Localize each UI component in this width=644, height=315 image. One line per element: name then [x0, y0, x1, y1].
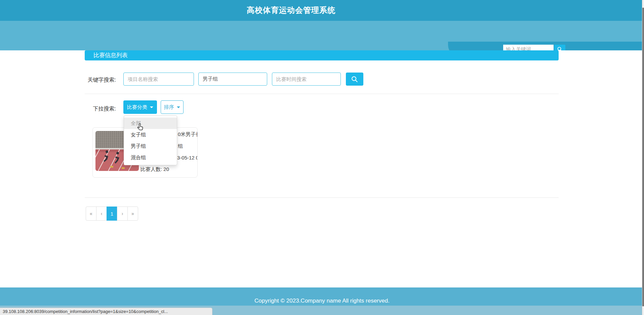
group-search-input[interactable]: [198, 73, 267, 86]
card-player-count: 比赛人数: 20: [140, 166, 169, 173]
pagination-first-button[interactable]: «: [86, 207, 96, 221]
card-group-fragment: 组: [178, 143, 183, 149]
top-header-bar: 高校体育运动会管理系统: [0, 0, 644, 21]
caret-down-icon: [150, 106, 153, 108]
menu-item-women[interactable]: 女子组: [124, 129, 177, 140]
footer: Copyright © 2023.Company name All rights…: [0, 287, 644, 306]
card-time-fragment: 3-05-12 0: [177, 155, 198, 161]
menu-item-all[interactable]: 全部: [124, 118, 177, 129]
project-name-search-input[interactable]: [123, 73, 194, 86]
category-dropdown-button[interactable]: 比赛分类: [123, 100, 157, 114]
pagination-next-button[interactable]: ›: [117, 207, 128, 221]
search-icon: [351, 76, 358, 83]
sort-dropdown-button[interactable]: 排序: [161, 100, 184, 114]
nav-band: 首页 通知公告 宣传资讯 比赛信息 我的: [0, 21, 644, 50]
pagination: « ‹ 1 › »: [86, 207, 138, 221]
pagination-last-button[interactable]: »: [127, 207, 138, 221]
list-header-bar: 比赛信息列表: [85, 50, 559, 60]
category-dropdown-menu: 全部 女子组 男子组 混合组: [124, 116, 177, 165]
card-title-fragment: 0米男子长: [178, 131, 198, 138]
pagination-prev-button[interactable]: ‹: [96, 207, 107, 221]
sort-button-label: 排序: [164, 104, 174, 110]
caret-down-icon: [177, 106, 180, 108]
keyword-search-button[interactable]: [346, 73, 363, 86]
site-title: 高校体育运动会管理系统: [0, 5, 582, 15]
divider: [85, 197, 559, 198]
menu-item-mixed[interactable]: 混合组: [124, 152, 177, 163]
vertical-scrollbar: [642, 0, 644, 315]
main-content: 比赛信息列表 关键字搜索: 下拉搜索: 比赛分类 排序: [0, 50, 644, 287]
pagination-page-1-button[interactable]: 1: [107, 207, 117, 221]
menu-item-men[interactable]: 男子组: [124, 140, 177, 152]
category-button-label: 比赛分类: [127, 104, 147, 110]
browser-status-bar: 39.108.108.206:8039/competition_informat…: [0, 308, 212, 315]
keyword-search-label: 关键字搜索:: [74, 77, 116, 84]
divider: [85, 94, 559, 94]
dropdown-search-label: 下拉搜索:: [74, 105, 116, 113]
page: 高校体育运动会管理系统 首页 通知公告 宣传资讯 比赛信息 我的 比赛信息列表 …: [0, 0, 644, 315]
copyright-text: Copyright © 2023.Company name All rights…: [0, 298, 644, 304]
competition-time-search-input[interactable]: [272, 73, 341, 86]
scrollbar-thumb[interactable]: [642, 8, 644, 306]
